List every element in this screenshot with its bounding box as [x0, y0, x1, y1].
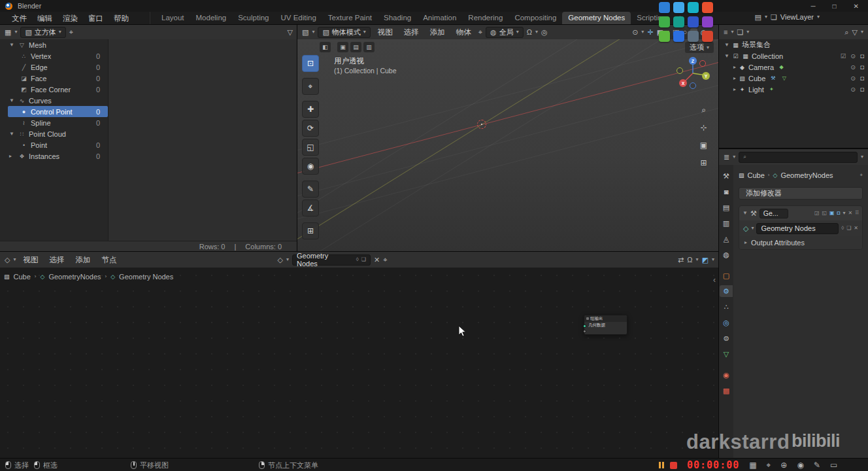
- pin-icon[interactable]: ⌖: [69, 29, 73, 36]
- delete-modifier-button[interactable]: ✕: [848, 211, 852, 216]
- menu-window[interactable]: 窗口: [83, 12, 108, 25]
- pan-icon[interactable]: ⊹: [697, 121, 710, 133]
- properties-tab-particles[interactable]: ∴: [720, 301, 733, 313]
- viewport-menu-object[interactable]: 物体: [452, 26, 475, 39]
- editor-type-dropdown[interactable]: ▾: [733, 154, 735, 160]
- tool-rotate[interactable]: ⟳: [302, 120, 319, 137]
- mode-selector[interactable]: ▧ 物体模式 ▾: [318, 27, 370, 38]
- properties-editor-icon[interactable]: ≣: [724, 154, 729, 161]
- properties-tab-view-layer[interactable]: ▥: [720, 217, 733, 229]
- viewport-canvas[interactable]: ◧ ▣ ▤ ▥ 选项 ▾ 用户透视 (1) Collection | Cube …: [297, 39, 719, 252]
- menu-file[interactable]: 文件: [7, 12, 32, 25]
- node-tree-name-field[interactable]: Geometry Nodes ◊ ❏: [292, 254, 371, 266]
- fake-user-shield-icon[interactable]: ◊: [356, 257, 359, 262]
- app-icon[interactable]: [673, 16, 684, 27]
- node-group-name-field[interactable]: Geometry Nodes: [756, 223, 839, 234]
- app-icon[interactable]: [702, 2, 713, 13]
- viewport-menu-view[interactable]: 视图: [374, 26, 397, 39]
- app-icon[interactable]: [673, 2, 684, 13]
- light-row[interactable]: ▸ ✦ Light ✦ ⊙ ◘: [719, 84, 868, 95]
- toggle-ortho-icon[interactable]: ⊞: [697, 156, 710, 169]
- recorder-camera-icon[interactable]: ◉: [797, 461, 803, 469]
- app-icon[interactable]: [659, 31, 670, 42]
- display-mode-icon[interactable]: ❏: [737, 29, 743, 36]
- pivot-point-icon[interactable]: ⌖: [478, 29, 482, 36]
- browse-node-tree-dropdown[interactable]: ▾: [286, 257, 289, 262]
- tree-item-spline[interactable]: ≀Spline0: [0, 117, 108, 128]
- tree-group-mesh[interactable]: ▼▽Mesh: [0, 39, 108, 50]
- on-cage-toggle[interactable]: ◲: [814, 211, 820, 216]
- parent-node-icon[interactable]: ⇄: [678, 256, 684, 264]
- tool-measure[interactable]: ∡: [302, 200, 319, 217]
- filter-icon[interactable]: ▽: [288, 29, 293, 36]
- properties-tab-tool[interactable]: ⚒: [720, 170, 733, 182]
- tab-geometry-nodes[interactable]: Geometry Nodes: [562, 12, 631, 25]
- node-menu-add[interactable]: 添加: [71, 253, 94, 266]
- properties-tab-texture[interactable]: ▩: [720, 385, 733, 396]
- mode-toggle-icon[interactable]: ▣: [337, 42, 348, 52]
- expand-icon[interactable]: ▸: [733, 76, 736, 81]
- add-modifier-button[interactable]: 添加修改器: [739, 187, 863, 200]
- camera-view-icon[interactable]: ▣: [697, 139, 710, 151]
- filter-icon[interactable]: ▽: [852, 29, 858, 36]
- snap-dropdown[interactable]: ▾: [535, 29, 538, 35]
- tool-move[interactable]: ✚: [302, 101, 319, 118]
- tool-annotate[interactable]: ✎: [302, 181, 319, 198]
- breadcrumb-object[interactable]: Cube: [748, 171, 765, 179]
- unlink-button[interactable]: ✕: [374, 256, 380, 264]
- tab-animation[interactable]: Animation: [417, 12, 462, 25]
- realtime-toggle[interactable]: ▣: [829, 211, 835, 216]
- tool-cursor[interactable]: ⌖: [302, 78, 319, 95]
- collapse-icon[interactable]: ▼: [9, 43, 15, 48]
- scene-icon[interactable]: ▤: [755, 14, 761, 21]
- properties-tab-physics[interactable]: ◎: [720, 317, 733, 328]
- hide-eye-icon[interactable]: ⊙: [850, 64, 856, 71]
- editor-type-dropdown[interactable]: ▾: [731, 29, 733, 35]
- tree-group-point-cloud[interactable]: ▼∷Point Cloud: [0, 128, 108, 139]
- exclude-checkbox[interactable]: ☑: [732, 53, 739, 60]
- tool-scale[interactable]: ◱: [302, 139, 319, 156]
- scene-dropdown[interactable]: ▾: [765, 14, 767, 20]
- app-icon[interactable]: [702, 31, 713, 42]
- edit-mode-toggle[interactable]: ◱: [822, 211, 827, 216]
- overlays-icon[interactable]: ◩: [702, 256, 709, 264]
- disable-render-icon[interactable]: ◘: [860, 75, 864, 82]
- group-output-node[interactable]: 组输出 几何数据: [584, 315, 627, 335]
- menu-help[interactable]: 帮助: [108, 12, 134, 25]
- tree-group-curves[interactable]: ▼∿Curves: [0, 95, 108, 106]
- properties-tab-material[interactable]: ◉: [720, 369, 733, 381]
- editor-type-dropdown[interactable]: ▾: [14, 29, 17, 35]
- navigation-gizmo[interactable]: Z Y X: [675, 55, 711, 92]
- menu-edit[interactable]: 编辑: [32, 12, 58, 25]
- display-mode-dropdown[interactable]: ▾: [746, 29, 749, 35]
- fake-user-shield-icon[interactable]: ◊: [841, 226, 844, 231]
- node-canvas[interactable]: ▧ Cube › ◇ GeometryNodes › ◇ Geometry No…: [0, 268, 719, 458]
- properties-tab-output[interactable]: ▤: [720, 201, 733, 213]
- node-menu-view[interactable]: 视图: [19, 253, 42, 266]
- properties-tab-render[interactable]: ◙: [720, 186, 733, 198]
- collapse-icon[interactable]: ▼: [743, 211, 748, 216]
- modifier-name-field[interactable]: Ge...: [760, 209, 788, 218]
- snap-magnet-icon[interactable]: Ω: [527, 29, 532, 36]
- expand-icon[interactable]: ▸: [733, 87, 736, 92]
- tree-item-edge[interactable]: ╱Edge0: [0, 61, 108, 73]
- properties-tab-scene[interactable]: ◬: [720, 233, 733, 245]
- app-icon[interactable]: [688, 31, 699, 42]
- tab-layout[interactable]: Layout: [156, 12, 190, 25]
- collapse-icon[interactable]: ▼: [9, 131, 15, 137]
- properties-tab-world[interactable]: ◍: [720, 249, 733, 260]
- geometry-socket[interactable]: [583, 324, 586, 328]
- pause-button[interactable]: [659, 462, 664, 468]
- tree-item-point[interactable]: •Point0: [0, 139, 108, 150]
- duplicate-icon[interactable]: ❏: [361, 257, 366, 262]
- pin-icon[interactable]: ⌖: [860, 173, 863, 178]
- options-button[interactable]: 选项 ▾: [685, 42, 714, 53]
- tab-compositing[interactable]: Compositing: [509, 12, 562, 25]
- proportional-edit-icon[interactable]: ◎: [541, 29, 548, 36]
- datablock-selector[interactable]: ▧ 立方体 ▾: [20, 27, 65, 38]
- cube-row[interactable]: ▸ ▧ Cube ⚒ ▽ ⊙ ◘: [719, 73, 868, 84]
- app-icon[interactable]: [673, 31, 684, 42]
- viewlayer-dropdown[interactable]: ▾: [817, 14, 820, 20]
- mode-toggle-icon[interactable]: ◧: [320, 42, 331, 52]
- snap-dropdown[interactable]: ▾: [696, 257, 699, 262]
